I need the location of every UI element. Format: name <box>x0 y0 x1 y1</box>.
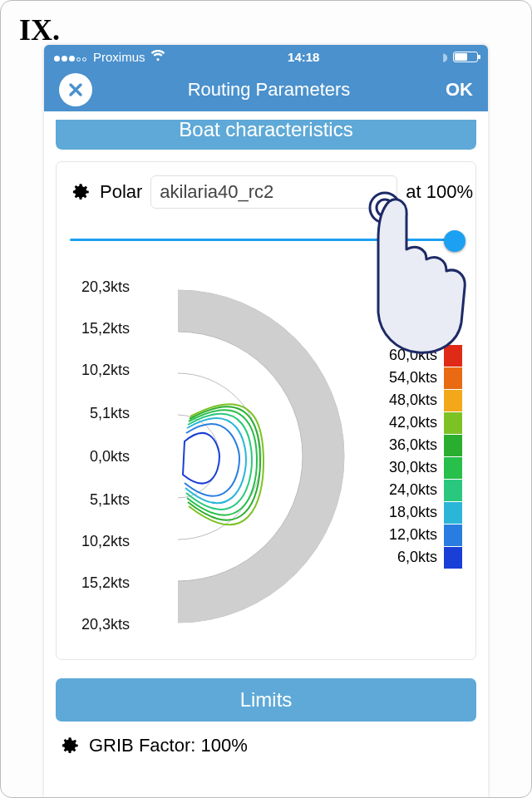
status-bar: Proximus 14:18 ◗ <box>44 45 488 68</box>
grib-factor-label: GRIB Factor: 100% <box>89 735 248 756</box>
polar-percent-label: at 100% <box>406 181 473 203</box>
legend-label: 48,0kts <box>389 392 437 409</box>
figure-frame: IX. Proximus 14:18 ◗ Ro <box>0 0 532 798</box>
section-header-limits: Limits <box>56 678 476 722</box>
gear-icon[interactable] <box>59 735 81 756</box>
radial-tick: 10,2kts <box>63 533 130 550</box>
status-left: Proximus <box>54 50 165 64</box>
legend-label: 18,0kts <box>389 504 437 521</box>
polar-percent-slider[interactable] <box>70 224 462 257</box>
legend-swatch <box>444 480 462 501</box>
clock: 14:18 <box>288 50 319 64</box>
legend-swatch <box>444 390 462 411</box>
radial-tick: 5,1kts <box>63 405 130 422</box>
legend-swatch <box>444 367 462 389</box>
signal-dots-icon <box>54 50 88 64</box>
legend-label: 60,0kts <box>389 347 437 364</box>
legend-label: 54,0kts <box>389 369 437 387</box>
nav-bar: Routing Parameters OK <box>44 68 488 111</box>
legend-label: 12,0kts <box>389 526 437 544</box>
polar-chart: 20,3kts 15,2kts 10,2kts 5,1kts 0,0kts 5,… <box>70 273 462 639</box>
radial-tick: 15,2kts <box>63 320 130 337</box>
radial-tick: 15,2kts <box>63 574 130 592</box>
polar-card: Polar at 100% <box>56 161 476 660</box>
grib-factor-row: GRIB Factor: 100% <box>56 722 476 756</box>
slider-thumb[interactable] <box>444 230 466 252</box>
legend-swatch <box>444 435 462 456</box>
radial-tick: 0,0kts <box>63 448 130 466</box>
polar-label: Polar <box>100 181 142 203</box>
battery-icon <box>453 52 478 62</box>
radial-tick: 10,2kts <box>63 362 130 379</box>
legend-label: 36,0kts <box>389 436 437 454</box>
page-title: Routing Parameters <box>188 79 351 101</box>
radial-tick: 5,1kts <box>63 491 130 509</box>
legend-swatch <box>444 525 462 546</box>
polar-name-input[interactable] <box>150 175 397 209</box>
wifi-icon <box>150 50 165 64</box>
section-header-boat: Boat characteristics <box>56 111 476 150</box>
dnd-moon-icon: ◗ <box>442 51 448 63</box>
content-scroll[interactable]: Boat characteristics Polar at 100% <box>44 111 488 797</box>
polar-row: Polar at 100% <box>70 175 462 209</box>
phone-screen: Proximus 14:18 ◗ Routing Parameters OK B… <box>44 45 488 797</box>
legend-swatch <box>444 547 462 569</box>
figure-number: IX. <box>19 12 60 47</box>
legend-label: 30,0kts <box>389 459 437 476</box>
legend-swatch <box>444 345 462 367</box>
close-button[interactable] <box>59 73 92 106</box>
legend-swatch <box>444 502 462 524</box>
legend-label: 42,0kts <box>389 414 437 431</box>
gear-icon[interactable] <box>70 181 91 203</box>
ok-button[interactable]: OK <box>446 79 473 101</box>
legend-swatch <box>444 457 462 479</box>
legend-label: 24,0kts <box>389 481 437 499</box>
radial-tick: 20,3kts <box>63 278 130 296</box>
legend: 60,0kts 54,0kts 48,0kts 42,0kts 36,0kts … <box>389 344 462 569</box>
radial-tick: 20,3kts <box>63 616 130 633</box>
carrier-label: Proximus <box>93 50 145 64</box>
slider-track <box>70 239 462 241</box>
legend-swatch <box>444 412 462 434</box>
legend-label: 6,0kts <box>397 549 437 566</box>
status-right: ◗ <box>442 51 478 63</box>
